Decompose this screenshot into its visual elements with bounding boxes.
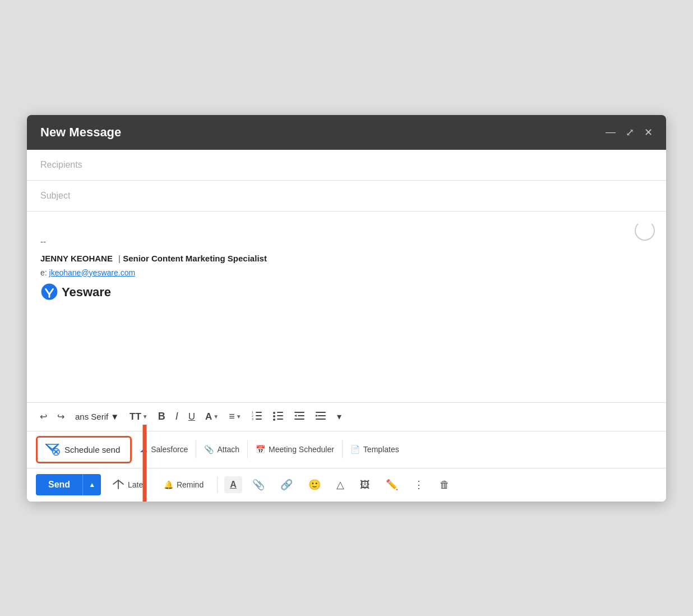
meeting-scheduler-button[interactable]: 📅 Meeting Scheduler (248, 440, 343, 458)
signature-name: JENNY KEOHANE | Senior Content Marketing… (40, 252, 653, 265)
yesware-brand-text: Yesware (62, 282, 111, 302)
signature-email: e: jkeohane@yesware.com (40, 266, 653, 279)
svg-rect-5 (256, 419, 262, 420)
svg-rect-17 (294, 419, 304, 420)
remind-label: Remind (177, 480, 204, 489)
triangle-button[interactable]: △ (331, 475, 350, 494)
subject-input[interactable] (40, 191, 653, 201)
salesforce-icon: ☁ (140, 445, 147, 454)
paperclip-button[interactable]: 📎 (247, 475, 270, 494)
loading-icon (635, 220, 655, 241)
font-size-caret-icon: ▼ (142, 413, 148, 420)
send-button[interactable]: Send (36, 474, 82, 495)
text-format-button[interactable]: A (224, 476, 242, 493)
underline-icon: U (188, 411, 195, 422)
indent-decrease-icon (294, 411, 306, 423)
yesware-logo-icon (40, 283, 58, 301)
align-caret-icon: ▼ (236, 413, 242, 420)
svg-point-9 (273, 412, 275, 414)
recipients-input[interactable] (40, 160, 653, 170)
send-btn-group: Send ▲ (36, 474, 101, 495)
minimize-icon[interactable]: — (606, 126, 616, 138)
svg-rect-13 (277, 415, 283, 416)
svg-text:3: 3 (252, 417, 253, 421)
later-icon (112, 479, 124, 491)
bold-icon: B (158, 411, 165, 422)
svg-point-10 (273, 415, 275, 417)
font-family-selector[interactable]: ans Serif ▼ (71, 409, 123, 424)
divider (217, 477, 218, 493)
templates-icon: 📄 (350, 445, 360, 454)
indent-decrease-button[interactable] (290, 407, 309, 426)
emoji-icon: 🙂 (308, 479, 321, 490)
message-area[interactable]: -- JENNY KEOHANE | Senior Content Market… (27, 212, 666, 402)
svg-marker-18 (294, 415, 297, 417)
numbered-list-button[interactable]: 123 (248, 407, 267, 426)
numbered-list-icon: 123 (252, 411, 263, 423)
align-button[interactable]: ≡ ▼ (225, 407, 245, 426)
expand-icon[interactable]: ⤢ (626, 126, 634, 139)
templates-label: Templates (363, 445, 399, 454)
font-color-button[interactable]: A ▼ (201, 408, 223, 426)
more-icon: ⋮ (414, 479, 424, 490)
salesforce-label: Salesforce (151, 445, 188, 454)
compose-title: New Message (40, 125, 121, 140)
meeting-scheduler-icon: 📅 (256, 445, 265, 454)
pen-button[interactable]: ✏️ (380, 475, 404, 494)
schedule-send-icon (44, 442, 60, 457)
svg-rect-4 (256, 415, 262, 416)
svg-rect-21 (316, 419, 326, 420)
pen-icon: ✏️ (386, 479, 398, 490)
link-button[interactable]: 🔗 (275, 475, 298, 494)
image-button[interactable]: 🖼 (354, 476, 376, 494)
text-format-icon: A (230, 480, 237, 489)
svg-rect-20 (318, 415, 326, 416)
bold-button[interactable]: B (154, 407, 169, 426)
close-icon[interactable]: ✕ (644, 126, 653, 139)
font-caret-icon: ▼ (110, 412, 119, 421)
italic-icon: I (175, 411, 178, 422)
more-formatting-button[interactable]: ▾ (333, 408, 345, 425)
more-button[interactable]: ⋮ (408, 475, 429, 494)
signature-dash: -- (40, 235, 653, 249)
bullet-list-button[interactable] (269, 407, 288, 426)
more-formatting-icon: ▾ (337, 411, 341, 422)
bottom-bar: Send ▲ Later 🔔 Remind A 📎 🔗 🙂 (27, 468, 666, 502)
svg-rect-19 (316, 412, 326, 413)
send-caret-button[interactable]: ▲ (82, 474, 101, 495)
underline-button[interactable]: U (184, 408, 199, 426)
emoji-button[interactable]: 🙂 (303, 475, 326, 494)
svg-rect-3 (256, 412, 262, 413)
redo-button[interactable]: ↪ (53, 408, 68, 425)
indent-increase-button[interactable] (312, 407, 331, 426)
font-color-icon: A (205, 411, 212, 422)
recipients-row (27, 150, 666, 181)
later-label: Later (128, 480, 146, 489)
remind-button[interactable]: 🔔 Remind (157, 476, 210, 494)
signature-email-link[interactable]: jkeohane@yesware.com (49, 268, 136, 277)
triangle-icon: △ (336, 479, 344, 490)
send-caret-icon: ▲ (89, 481, 95, 489)
svg-rect-12 (277, 412, 283, 413)
image-icon: 🖼 (360, 479, 370, 490)
action-bar: Schedule send ☁ Salesforce 📎 Attach 📅 Me… (27, 431, 666, 468)
trash-button[interactable]: 🗑 (434, 476, 455, 494)
indent-increase-icon (316, 411, 327, 423)
attach-button[interactable]: 📎 Attach (196, 440, 248, 458)
font-size-button[interactable]: TT ▼ (126, 408, 152, 426)
compose-window: New Message — ⤢ ✕ -- JENNY KEOHANE | Sen… (27, 115, 666, 502)
undo-button[interactable]: ↩ (36, 408, 51, 425)
font-color-caret-icon: ▼ (213, 413, 219, 420)
attach-label: Attach (217, 445, 239, 454)
italic-button[interactable]: I (172, 407, 182, 426)
salesforce-button[interactable]: ☁ Salesforce (132, 440, 196, 458)
later-button[interactable]: Later (105, 474, 153, 496)
title-bar-controls: — ⤢ ✕ (606, 126, 653, 139)
schedule-send-button[interactable]: Schedule send (36, 436, 132, 463)
templates-button[interactable]: 📄 Templates (343, 440, 407, 458)
svg-rect-14 (277, 419, 283, 420)
redo-icon: ↪ (57, 411, 64, 422)
title-bar: New Message — ⤢ ✕ (27, 115, 666, 150)
remind-icon: 🔔 (164, 480, 173, 489)
schedule-send-label: Schedule send (64, 445, 120, 454)
